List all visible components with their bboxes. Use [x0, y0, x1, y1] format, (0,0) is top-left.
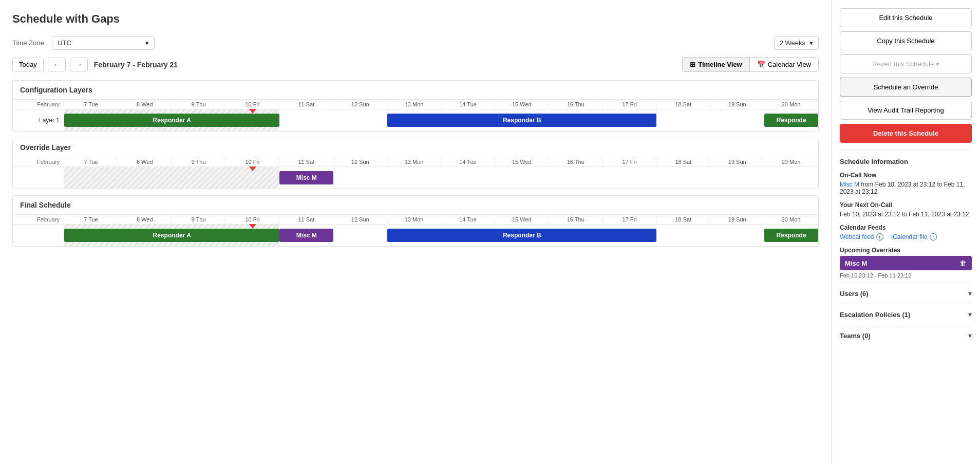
ov-day-header-8: 14 Tue: [441, 157, 495, 166]
next-oncall-label: Your Next On-Call: [840, 201, 972, 209]
calendar-feeds-row: Webcal feed i iCalendar file i: [840, 233, 972, 240]
day-header-4: 10 Fri: [226, 100, 280, 109]
timezone-select[interactable]: UTC ▾: [52, 36, 155, 50]
layer1-label: Layer 1: [13, 115, 64, 126]
day-header-9: 15 Wed: [495, 100, 549, 109]
day-header-3: 9 Thu: [172, 100, 226, 109]
override-layer-section: Override Layer February 7 Tue 8 Wed 9 Th…: [12, 138, 819, 189]
day-header-12: 18 Sat: [656, 100, 710, 109]
icalendar-file-link[interactable]: iCalendar file i: [892, 233, 937, 240]
ov-day-header-13: 19 Sun: [710, 157, 764, 166]
day-header-7: 13 Mon: [387, 100, 441, 109]
teams-section-header[interactable]: Teams (0) ▾: [840, 331, 972, 340]
timezone-label: Time Zone:: [12, 39, 46, 47]
today-marker: [249, 109, 256, 114]
fs-day-header-9: 15 Wed: [495, 215, 549, 224]
fs-day-header-3: 9 Thu: [172, 215, 226, 224]
copy-schedule-button[interactable]: Copy this Schedule: [840, 31, 972, 50]
day-header-14: 20 Mon: [764, 100, 818, 109]
right-panel: Edit this Schedule Copy this Schedule Re…: [831, 0, 980, 464]
ov-day-header-11: 17 Fri: [603, 157, 657, 166]
date-range: February 7 - February 21: [94, 61, 178, 69]
teams-label: Teams (0): [840, 332, 871, 340]
day-header-1: 7 Tue: [64, 100, 118, 109]
responder-b-bar-config[interactable]: Responder B: [387, 114, 656, 127]
on-call-person-link[interactable]: Misc M: [840, 181, 859, 188]
revert-schedule-button[interactable]: Revert this Schedule ▾: [840, 54, 972, 73]
escalation-section-header[interactable]: Escalation Policies (1) ▾: [840, 310, 972, 319]
fs-day-header-10: 16 Thu: [549, 215, 603, 224]
users-section-header[interactable]: Users (6) ▾: [840, 289, 972, 298]
timeline-view-button[interactable]: ⊞ Timeline View: [683, 58, 749, 71]
ov-day-header-7: 13 Mon: [387, 157, 441, 166]
override-item-misc-m[interactable]: Misc M 🗑: [840, 256, 972, 270]
fs-day-header-13: 19 Sun: [710, 215, 764, 224]
final-misc-m-bar[interactable]: Misc M: [279, 229, 333, 242]
ov-day-header-9: 15 Wed: [495, 157, 549, 166]
icalendar-info-icon: i: [930, 233, 937, 240]
day-header-10: 16 Thu: [549, 100, 603, 109]
on-call-now-label: On-Call Now: [840, 172, 972, 179]
override-layer-grid: February 7 Tue 8 Wed 9 Thu 10 Fri 11 Sat…: [13, 157, 818, 189]
day-header-2: 8 Wed: [118, 100, 172, 109]
misc-m-override-bar[interactable]: Misc M: [279, 171, 333, 184]
fs-day-header-4: 10 Fri: [226, 215, 280, 224]
chevron-down-icon: ▾: [145, 39, 149, 47]
fs-day-header-6: 12 Sun: [333, 215, 387, 224]
fs-day-header-12: 18 Sat: [656, 215, 710, 224]
override-delete-button[interactable]: 🗑: [959, 259, 967, 267]
day-header-8: 14 Tue: [441, 100, 495, 109]
fs-day-header-1: 7 Tue: [64, 215, 118, 224]
users-chevron-icon: ▾: [968, 289, 972, 298]
final-responder-end[interactable]: Responde: [764, 229, 818, 242]
fs-day-header-7: 13 Mon: [387, 215, 441, 224]
config-layers-header: Configuration Layers: [13, 81, 818, 99]
config-layers-section: Configuration Layers February 7 Tue 8 We…: [12, 80, 819, 132]
webcal-info-icon: i: [876, 233, 883, 240]
day-header-11: 17 Fri: [603, 100, 657, 109]
calendar-icon: 📅: [757, 61, 765, 68]
schedule-override-button[interactable]: Schedule an Override: [840, 78, 972, 97]
edit-schedule-button[interactable]: Edit this Schedule: [840, 8, 972, 27]
webcal-feed-link[interactable]: Webcal feed i: [840, 233, 883, 240]
delete-schedule-button[interactable]: Delete this Schedule: [840, 124, 972, 143]
ov-day-header-5: 11 Sat: [279, 157, 333, 166]
ov-day-header-14: 20 Mon: [764, 157, 818, 166]
week-range-select[interactable]: 2 Weeks ▾: [774, 36, 819, 50]
chevron-down-icon: ▾: [809, 39, 813, 47]
divider-1: [840, 149, 972, 150]
config-layers-grid: February 7 Tue 8 Wed 9 Thu 10 Fri 11 Sat…: [13, 99, 818, 131]
responder-a-bar-config-end[interactable]: Responde: [764, 114, 818, 127]
prev-button[interactable]: ←: [48, 58, 66, 71]
final-month-label: February: [37, 216, 60, 222]
chevron-down-icon: ▾: [936, 60, 939, 68]
ov-day-header-10: 16 Thu: [549, 157, 603, 166]
upcoming-overrides-label: Upcoming Overrides: [840, 247, 972, 254]
ov-day-header-3: 9 Thu: [172, 157, 226, 166]
today-marker-fs: [249, 224, 256, 229]
ov-day-header-1: 7 Tue: [64, 157, 118, 166]
fs-day-header-2: 8 Wed: [118, 215, 172, 224]
final-responder-a-bar[interactable]: Responder A: [64, 229, 279, 242]
final-responder-b-bar[interactable]: Responder B: [387, 229, 656, 242]
ov-day-header-4: 10 Fri: [226, 157, 280, 166]
responder-a-bar-config[interactable]: Responder A: [64, 114, 279, 127]
next-button[interactable]: →: [70, 58, 88, 71]
escalation-label: Escalation Policies (1): [840, 311, 910, 319]
day-header-6: 12 Sun: [333, 100, 387, 109]
fs-day-header-8: 14 Tue: [441, 215, 495, 224]
timeline-icon: ⊞: [690, 61, 695, 68]
audit-trail-button[interactable]: View Audit Trail Reporting: [840, 101, 972, 120]
override-row-label: [13, 176, 64, 180]
calendar-view-button[interactable]: 📅 Calendar View: [749, 58, 818, 71]
action-buttons-group: Edit this Schedule Copy this Schedule Re…: [840, 8, 972, 143]
striped-past-override: [64, 167, 279, 189]
final-schedule-header: Final Schedule: [13, 196, 818, 214]
override-layer-header: Override Layer: [13, 138, 818, 157]
config-month-label: February: [37, 101, 60, 107]
schedule-info-title: Schedule Information: [840, 158, 972, 165]
escalation-chevron-icon: ▾: [968, 310, 972, 319]
on-call-now-value: Misc M from Feb 10, 2023 at 23:12 to Feb…: [840, 181, 972, 195]
today-button[interactable]: Today: [12, 58, 44, 71]
users-label: Users (6): [840, 290, 869, 298]
